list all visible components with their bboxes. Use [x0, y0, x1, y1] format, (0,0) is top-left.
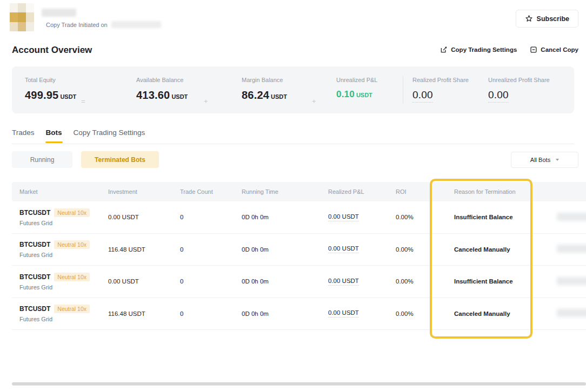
bot-filter-selected-value: All Bots	[530, 157, 550, 163]
table-row[interactable]: BTCUSDT Neutral 10x Futures Grid 0.00 US…	[12, 266, 586, 298]
plus-operator: +	[204, 97, 208, 105]
plus-operator: +	[312, 97, 316, 105]
investment-cell: 0.00 USDT	[108, 214, 180, 220]
row-action-redacted[interactable]	[557, 245, 586, 253]
subscribe-button[interactable]: Subscribe	[516, 10, 578, 28]
trade-count-cell: 0	[180, 310, 242, 317]
edit-icon	[440, 46, 448, 53]
termination-reason-cell: Insufficient Balance	[454, 278, 557, 285]
bot-filter-dropdown[interactable]: All Bots	[511, 152, 578, 168]
running-time-cell: 0D 0h 0m	[242, 214, 328, 220]
table-row[interactable]: BTCUSDT Neutral 10x Futures Grid 116.48 …	[12, 298, 586, 330]
investment-cell: 116.48 USDT	[108, 310, 180, 317]
bot-type: Futures Grid	[19, 220, 108, 226]
realized-pnl-cell: 0.00 USDT	[328, 245, 396, 253]
avatar-pixel	[26, 22, 34, 31]
stat-available-balance: Available Balance 413.60USDT	[136, 77, 188, 102]
bot-type: Futures Grid	[19, 316, 108, 322]
pair-symbol: BTCUSDT	[19, 273, 50, 281]
termination-reason-cell: Insufficient Balance	[454, 214, 557, 220]
market-cell: BTCUSDT Neutral 10x Futures Grid	[12, 208, 108, 226]
subscribe-label: Subscribe	[537, 15, 569, 23]
column-header-investment: Investment	[108, 188, 180, 195]
pair-symbol: BTCUSDT	[19, 305, 50, 313]
row-action-redacted[interactable]	[557, 309, 586, 317]
avatar-pixel	[10, 3, 18, 12]
trader-name-redacted	[42, 9, 76, 17]
stats-divider	[403, 76, 403, 104]
copy-trading-detail-page: Copy Trade Initiated on Subscribe Accoun…	[0, 0, 586, 392]
stat-unrealized-profit-share: Unrealized Profit Share 0.00	[488, 77, 550, 103]
stat-unrealized-pnl: Unrealized P&L 0.10USDT	[336, 77, 377, 100]
avatar-pixel	[26, 3, 34, 12]
table-body: BTCUSDT Neutral 10x Futures Grid 0.00 US…	[12, 201, 586, 330]
row-action-redacted[interactable]	[557, 277, 586, 285]
avatar-pixel	[10, 12, 18, 22]
avatar-pixel	[26, 12, 34, 22]
market-cell: BTCUSDT Neutral 10x Futures Grid	[12, 240, 108, 258]
cancel-copy-button[interactable]: Cancel Copy	[530, 46, 578, 53]
stat-margin-balance: Margin Balance 86.24USDT	[242, 77, 287, 102]
trade-count-cell: 0	[180, 214, 242, 220]
minus-square-icon	[530, 46, 537, 53]
roi-cell: 0.00%	[396, 310, 454, 317]
terminated-bots-table: Market Investment Trade Count Running Ti…	[12, 182, 586, 330]
avatar-pixel	[10, 22, 18, 31]
trade-count-cell: 0	[180, 278, 242, 285]
row-action-redacted[interactable]	[557, 213, 586, 221]
running-time-cell: 0D 0h 0m	[242, 246, 328, 253]
investment-cell: 116.48 USDT	[108, 246, 180, 253]
tab-bots[interactable]: Bots	[46, 129, 62, 143]
termination-reason-cell: Canceled Manually	[454, 246, 557, 253]
account-stats-bar: Total Equity 499.95USDT = Available Bala…	[12, 66, 574, 113]
cancel-copy-label: Cancel Copy	[541, 46, 578, 53]
stat-realized-profit-share: Realized Profit Share 0.00	[412, 77, 469, 103]
initiated-date-redacted	[111, 21, 161, 28]
roi-cell: 0.00%	[396, 214, 454, 220]
investment-cell: 0.00 USDT	[108, 278, 180, 285]
star-icon	[525, 15, 533, 23]
tab-copy-trading-settings[interactable]: Copy Trading Settings	[74, 129, 145, 143]
terminated-bots-filter-button[interactable]: Terminated Bots	[81, 151, 159, 168]
realized-pnl-cell: 0.00 USDT	[328, 309, 396, 317]
table-row[interactable]: BTCUSDT Neutral 10x Futures Grid 0.00 US…	[12, 201, 586, 234]
market-cell: BTCUSDT Neutral 10x Futures Grid	[12, 305, 108, 322]
avatar-pixel	[18, 3, 26, 12]
page-title: Account Overview	[12, 45, 92, 56]
roi-cell: 0.00%	[396, 278, 454, 285]
avatar-pixel	[18, 22, 26, 31]
chevron-down-icon	[556, 159, 559, 161]
actions-cell	[557, 309, 586, 318]
table-header-row: Market Investment Trade Count Running Ti…	[12, 182, 586, 201]
leverage-badge: Neutral 10x	[54, 240, 90, 249]
leverage-badge: Neutral 10x	[54, 273, 90, 281]
actions-cell	[557, 213, 586, 222]
actions-cell	[557, 245, 586, 254]
leverage-badge: Neutral 10x	[54, 305, 90, 313]
actions-cell	[557, 277, 586, 286]
running-time-cell: 0D 0h 0m	[242, 310, 328, 317]
column-header-market: Market	[12, 188, 108, 195]
horizontal-scrollbar[interactable]	[12, 382, 586, 386]
column-header-running-time: Running Time	[242, 188, 328, 195]
equals-operator: =	[81, 97, 85, 105]
realized-pnl-cell: 0.00 USDT	[328, 213, 396, 221]
trader-avatar	[10, 3, 34, 31]
tab-trades[interactable]: Trades	[12, 129, 35, 143]
initiated-label: Copy Trade Initiated on	[46, 22, 108, 28]
leverage-badge: Neutral 10x	[54, 208, 90, 217]
running-filter-button[interactable]: Running	[12, 151, 72, 168]
tabs-divider	[12, 144, 574, 144]
market-cell: BTCUSDT Neutral 10x Futures Grid	[12, 273, 108, 290]
roi-cell: 0.00%	[396, 246, 454, 253]
table-row[interactable]: BTCUSDT Neutral 10x Futures Grid 116.48 …	[12, 234, 586, 266]
column-header-trade-count: Trade Count	[180, 188, 242, 195]
main-tabs: Trades Bots Copy Trading Settings	[12, 129, 145, 143]
bot-type: Futures Grid	[19, 252, 108, 258]
column-header-reason: Reason for Termination	[454, 188, 557, 195]
trade-count-cell: 0	[180, 246, 242, 253]
copy-trading-settings-button[interactable]: Copy Trading Settings	[440, 46, 517, 53]
column-header-roi: ROI	[396, 188, 454, 195]
column-header-realized-pnl: Realized P&L	[328, 188, 396, 195]
running-time-cell: 0D 0h 0m	[242, 278, 328, 285]
